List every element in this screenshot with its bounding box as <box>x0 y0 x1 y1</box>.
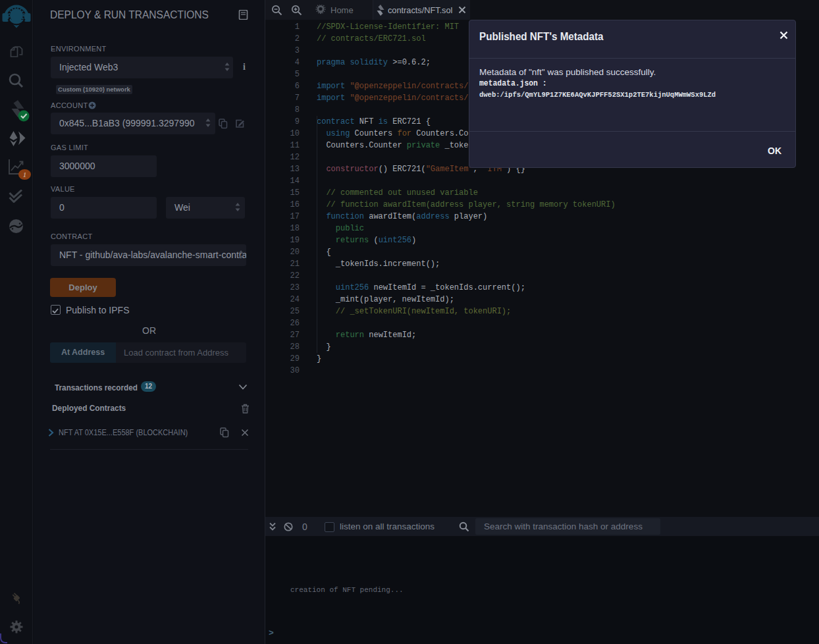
svg-text:1: 1 <box>23 171 26 178</box>
